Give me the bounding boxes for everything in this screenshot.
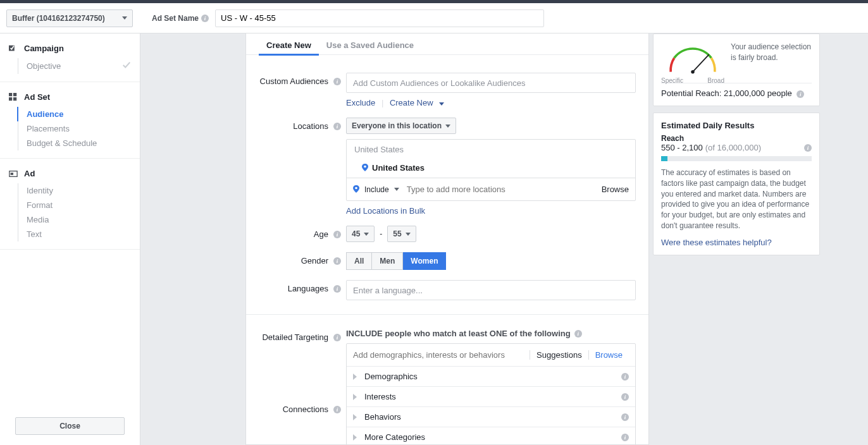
info-icon: i bbox=[333, 285, 341, 293]
languages-label: Languages bbox=[288, 284, 328, 293]
form-card: Create New Use a Saved Audience Custom A… bbox=[245, 34, 649, 445]
nav-media[interactable]: Media bbox=[19, 212, 140, 227]
nav-adset[interactable]: Ad Set bbox=[0, 92, 140, 102]
chevron-right-icon bbox=[353, 434, 357, 441]
nav-text[interactable]: Text bbox=[19, 227, 140, 241]
estimate-footnote: The accuracy of estimates is based on fa… bbox=[661, 168, 812, 231]
reach-range: 550 - 2,100 bbox=[661, 143, 703, 152]
age-max-dropdown[interactable]: 55 bbox=[387, 226, 416, 242]
languages-input[interactable] bbox=[346, 280, 636, 300]
info-icon: i bbox=[201, 15, 209, 22]
include-dropdown[interactable]: Include bbox=[353, 185, 399, 194]
svg-point-7 bbox=[364, 165, 366, 168]
svg-point-10 bbox=[691, 70, 695, 74]
locations-label: Locations bbox=[293, 121, 328, 131]
info-icon: i bbox=[333, 231, 341, 238]
svg-rect-6 bbox=[11, 173, 13, 175]
potential-reach-value: 21,000,000 people bbox=[724, 88, 792, 98]
detailed-targeting-label: Detailed Targeting bbox=[262, 332, 328, 342]
svg-point-8 bbox=[355, 186, 357, 189]
nav-budget[interactable]: Budget & Schedule bbox=[19, 136, 140, 150]
reach-title: Reach bbox=[661, 134, 812, 143]
nav-placements[interactable]: Placements bbox=[19, 121, 140, 136]
category-demographics[interactable]: Demographicsi bbox=[347, 366, 635, 386]
gender-all[interactable]: All bbox=[346, 252, 372, 270]
suggestions-link[interactable]: Suggestions bbox=[530, 350, 588, 360]
audience-definition-text: Your audience selection is fairly broad. bbox=[724, 42, 812, 76]
gender-label: Gender bbox=[301, 256, 328, 265]
info-icon: i bbox=[333, 334, 341, 341]
browse-locations[interactable]: Browse bbox=[602, 185, 629, 194]
svg-line-9 bbox=[693, 54, 709, 72]
info-icon: i bbox=[574, 330, 582, 338]
location-item[interactable]: United States bbox=[347, 159, 635, 178]
pin-icon bbox=[353, 185, 359, 194]
svg-rect-3 bbox=[9, 97, 12, 101]
connections-label: Connections bbox=[283, 405, 328, 414]
caret-down-icon bbox=[122, 16, 127, 20]
browse-targeting[interactable]: Browse bbox=[588, 350, 629, 360]
close-button[interactable]: Close bbox=[15, 417, 125, 435]
info-icon: i bbox=[621, 393, 629, 401]
age-label: Age bbox=[314, 229, 328, 239]
caret-down-icon bbox=[439, 102, 444, 106]
adset-name-label: Ad Set Name i bbox=[152, 14, 209, 23]
location-country-header: United States bbox=[347, 140, 635, 159]
caret-down-icon bbox=[406, 233, 411, 236]
category-more[interactable]: More Categoriesi bbox=[347, 427, 635, 445]
info-icon: i bbox=[621, 373, 629, 381]
pin-icon bbox=[362, 164, 368, 173]
left-nav: Campaign Objective Ad Set Audience bbox=[0, 34, 140, 445]
estimated-results-card: Estimated Daily Results Reach 550 - 2,10… bbox=[653, 113, 820, 255]
caret-down-icon bbox=[364, 233, 369, 236]
tab-saved-audience[interactable]: Use a Saved Audience bbox=[319, 34, 421, 55]
account-name: Buffer (104162123274750) bbox=[12, 14, 105, 23]
tab-create-new[interactable]: Create New bbox=[259, 34, 319, 55]
svg-rect-4 bbox=[13, 97, 16, 101]
nav-identity[interactable]: Identity bbox=[19, 183, 140, 198]
nav-objective[interactable]: Objective bbox=[19, 58, 140, 74]
svg-rect-1 bbox=[9, 93, 12, 96]
info-icon: i bbox=[333, 257, 341, 265]
adset-name-input[interactable] bbox=[215, 9, 544, 27]
chevron-right-icon bbox=[353, 374, 357, 380]
reach-progress bbox=[661, 156, 812, 161]
gender-women[interactable]: Women bbox=[403, 252, 446, 270]
svg-rect-2 bbox=[13, 93, 16, 96]
info-icon: i bbox=[333, 78, 341, 85]
nav-ad[interactable]: Ad bbox=[0, 169, 140, 178]
bulk-locations-link[interactable]: Add Locations in Bulk bbox=[346, 206, 425, 216]
gender-men[interactable]: Men bbox=[372, 252, 403, 270]
chevron-right-icon bbox=[353, 414, 357, 420]
info-icon: i bbox=[804, 144, 812, 152]
checkmark-icon bbox=[122, 61, 131, 71]
account-selector[interactable]: Buffer (104162123274750) bbox=[6, 9, 133, 27]
caret-down-icon bbox=[394, 188, 399, 191]
checklist-icon bbox=[9, 44, 18, 53]
create-new-link[interactable]: Create New bbox=[390, 98, 444, 107]
nav-audience[interactable]: Audience bbox=[19, 107, 140, 121]
info-icon: i bbox=[333, 123, 341, 130]
ad-icon bbox=[9, 169, 18, 178]
edr-title: Estimated Daily Results bbox=[661, 121, 812, 130]
header-bar: Buffer (104162123274750) Ad Set Name i bbox=[0, 3, 868, 34]
custom-audiences-label: Custom Audiences bbox=[260, 76, 328, 86]
custom-audiences-input[interactable] bbox=[346, 73, 636, 93]
age-min-dropdown[interactable]: 45 bbox=[346, 226, 375, 242]
nav-format[interactable]: Format bbox=[19, 198, 140, 212]
audience-definition-card: SpecificBroad Your audience selection is… bbox=[653, 34, 820, 106]
category-interests[interactable]: Interestsi bbox=[347, 386, 635, 406]
info-icon: i bbox=[621, 413, 629, 421]
location-scope-dropdown[interactable]: Everyone in this location bbox=[346, 118, 456, 134]
caret-down-icon bbox=[445, 125, 450, 128]
nav-campaign[interactable]: Campaign bbox=[0, 44, 140, 53]
grid-icon bbox=[9, 93, 18, 102]
helpful-link[interactable]: Were these estimates helpful? bbox=[661, 238, 772, 247]
category-behaviors[interactable]: Behaviorsi bbox=[347, 406, 635, 427]
exclude-link[interactable]: Exclude bbox=[346, 98, 375, 107]
info-icon: i bbox=[621, 434, 629, 441]
chevron-right-icon bbox=[353, 394, 357, 400]
detailed-targeting-input[interactable] bbox=[353, 346, 530, 363]
location-search-input[interactable] bbox=[404, 182, 602, 197]
info-icon: i bbox=[797, 90, 804, 98]
